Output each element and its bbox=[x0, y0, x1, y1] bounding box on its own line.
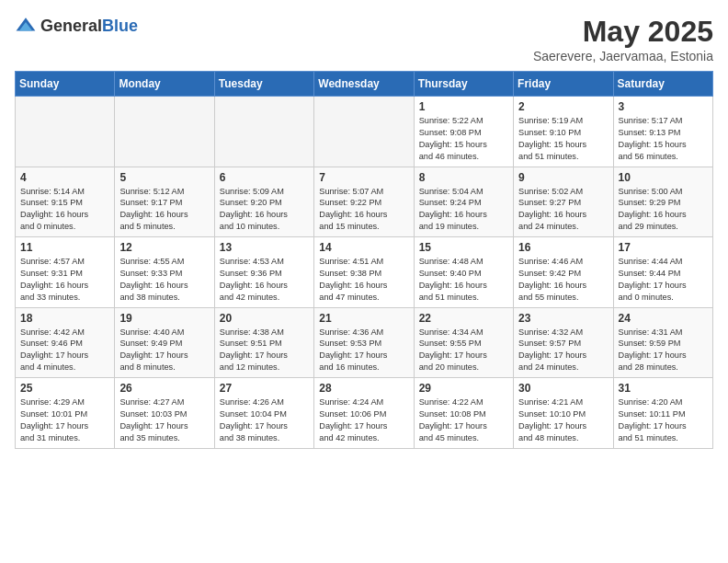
calendar-cell: 13Sunrise: 4:53 AM Sunset: 9:36 PM Dayli… bbox=[214, 237, 313, 308]
day-number: 24 bbox=[619, 312, 708, 325]
day-info: Sunrise: 4:55 AM Sunset: 9:33 PM Dayligh… bbox=[119, 256, 209, 304]
calendar-cell: 12Sunrise: 4:55 AM Sunset: 9:33 PM Dayli… bbox=[115, 237, 214, 308]
calendar-cell: 2Sunrise: 5:19 AM Sunset: 9:10 PM Daylig… bbox=[514, 97, 613, 167]
day-number: 16 bbox=[518, 241, 608, 254]
title-section: May 2025 Saerevere, Jaervamaa, Estonia bbox=[533, 15, 713, 63]
week-row-5: 25Sunrise: 4:29 AM Sunset: 10:01 PM Dayl… bbox=[16, 378, 713, 449]
weekday-header-wednesday: Wednesday bbox=[314, 72, 414, 97]
calendar-cell: 31Sunrise: 4:20 AM Sunset: 10:11 PM Dayl… bbox=[613, 378, 712, 449]
day-info: Sunrise: 4:53 AM Sunset: 9:36 PM Dayligh… bbox=[220, 256, 309, 304]
day-number: 4 bbox=[20, 171, 109, 184]
day-number: 31 bbox=[619, 382, 708, 395]
logo: GeneralBlue bbox=[15, 15, 138, 37]
day-number: 9 bbox=[518, 171, 608, 184]
day-info: Sunrise: 5:17 AM Sunset: 9:13 PM Dayligh… bbox=[619, 115, 708, 163]
day-number: 19 bbox=[119, 312, 209, 325]
calendar-cell bbox=[115, 97, 214, 167]
calendar-cell: 4Sunrise: 5:14 AM Sunset: 9:15 PM Daylig… bbox=[16, 167, 115, 237]
calendar-cell: 9Sunrise: 5:02 AM Sunset: 9:27 PM Daylig… bbox=[514, 167, 613, 237]
day-info: Sunrise: 4:46 AM Sunset: 9:42 PM Dayligh… bbox=[518, 256, 608, 304]
calendar-subtitle: Saerevere, Jaervamaa, Estonia bbox=[533, 49, 713, 63]
calendar-cell: 24Sunrise: 4:31 AM Sunset: 9:59 PM Dayli… bbox=[613, 307, 712, 378]
week-row-2: 4Sunrise: 5:14 AM Sunset: 9:15 PM Daylig… bbox=[16, 167, 713, 237]
day-info: Sunrise: 4:22 AM Sunset: 10:08 PM Daylig… bbox=[419, 396, 508, 444]
calendar-cell: 10Sunrise: 5:00 AM Sunset: 9:29 PM Dayli… bbox=[613, 167, 712, 237]
day-number: 22 bbox=[419, 312, 508, 325]
day-info: Sunrise: 5:07 AM Sunset: 9:22 PM Dayligh… bbox=[319, 186, 408, 234]
day-number: 7 bbox=[319, 171, 408, 184]
day-info: Sunrise: 5:22 AM Sunset: 9:08 PM Dayligh… bbox=[419, 115, 508, 163]
day-info: Sunrise: 4:38 AM Sunset: 9:51 PM Dayligh… bbox=[220, 327, 309, 374]
day-number: 11 bbox=[20, 241, 109, 254]
day-number: 2 bbox=[518, 100, 608, 113]
calendar-cell: 3Sunrise: 5:17 AM Sunset: 9:13 PM Daylig… bbox=[613, 97, 712, 167]
logo-general-text: GeneralBlue bbox=[40, 17, 138, 36]
day-number: 27 bbox=[220, 382, 309, 395]
day-number: 10 bbox=[619, 171, 708, 184]
day-number: 14 bbox=[319, 241, 408, 254]
day-number: 6 bbox=[220, 171, 309, 184]
day-number: 5 bbox=[119, 171, 209, 184]
day-info: Sunrise: 4:48 AM Sunset: 9:40 PM Dayligh… bbox=[419, 256, 508, 304]
day-info: Sunrise: 4:32 AM Sunset: 9:57 PM Dayligh… bbox=[518, 327, 608, 374]
day-info: Sunrise: 5:14 AM Sunset: 9:15 PM Dayligh… bbox=[20, 186, 109, 234]
day-number: 15 bbox=[419, 241, 508, 254]
day-info: Sunrise: 4:44 AM Sunset: 9:44 PM Dayligh… bbox=[619, 256, 708, 304]
calendar-cell: 18Sunrise: 4:42 AM Sunset: 9:46 PM Dayli… bbox=[16, 307, 115, 378]
logo-icon bbox=[15, 15, 37, 37]
calendar-cell: 20Sunrise: 4:38 AM Sunset: 9:51 PM Dayli… bbox=[214, 307, 313, 378]
day-number: 21 bbox=[319, 312, 408, 325]
calendar-cell: 27Sunrise: 4:26 AM Sunset: 10:04 PM Dayl… bbox=[214, 378, 313, 449]
day-number: 3 bbox=[619, 100, 708, 113]
day-info: Sunrise: 4:26 AM Sunset: 10:04 PM Daylig… bbox=[220, 396, 309, 444]
calendar-cell: 28Sunrise: 4:24 AM Sunset: 10:06 PM Dayl… bbox=[314, 378, 414, 449]
day-info: Sunrise: 4:36 AM Sunset: 9:53 PM Dayligh… bbox=[319, 327, 408, 374]
weekday-header-monday: Monday bbox=[115, 72, 214, 97]
weekday-header-friday: Friday bbox=[514, 72, 613, 97]
weekday-header-saturday: Saturday bbox=[613, 72, 712, 97]
day-number: 26 bbox=[119, 382, 209, 395]
week-row-1: 1Sunrise: 5:22 AM Sunset: 9:08 PM Daylig… bbox=[16, 97, 713, 167]
day-number: 25 bbox=[20, 382, 109, 395]
weekday-header-row: SundayMondayTuesdayWednesdayThursdayFrid… bbox=[16, 72, 713, 97]
day-info: Sunrise: 5:09 AM Sunset: 9:20 PM Dayligh… bbox=[220, 186, 309, 234]
day-info: Sunrise: 4:57 AM Sunset: 9:31 PM Dayligh… bbox=[20, 256, 109, 304]
day-info: Sunrise: 4:29 AM Sunset: 10:01 PM Daylig… bbox=[20, 396, 109, 444]
calendar-cell: 8Sunrise: 5:04 AM Sunset: 9:24 PM Daylig… bbox=[414, 167, 513, 237]
weekday-header-thursday: Thursday bbox=[414, 72, 513, 97]
day-info: Sunrise: 4:42 AM Sunset: 9:46 PM Dayligh… bbox=[20, 327, 109, 374]
day-number: 8 bbox=[419, 171, 508, 184]
day-number: 18 bbox=[20, 312, 109, 325]
calendar-cell: 5Sunrise: 5:12 AM Sunset: 9:17 PM Daylig… bbox=[115, 167, 214, 237]
calendar-cell: 25Sunrise: 4:29 AM Sunset: 10:01 PM Dayl… bbox=[16, 378, 115, 449]
calendar-cell: 21Sunrise: 4:36 AM Sunset: 9:53 PM Dayli… bbox=[314, 307, 414, 378]
calendar-cell: 29Sunrise: 4:22 AM Sunset: 10:08 PM Dayl… bbox=[414, 378, 513, 449]
calendar-cell bbox=[16, 97, 115, 167]
day-info: Sunrise: 4:20 AM Sunset: 10:11 PM Daylig… bbox=[619, 396, 708, 444]
day-info: Sunrise: 4:27 AM Sunset: 10:03 PM Daylig… bbox=[119, 396, 209, 444]
day-info: Sunrise: 5:04 AM Sunset: 9:24 PM Dayligh… bbox=[419, 186, 508, 234]
calendar-cell: 17Sunrise: 4:44 AM Sunset: 9:44 PM Dayli… bbox=[613, 237, 712, 308]
day-info: Sunrise: 5:12 AM Sunset: 9:17 PM Dayligh… bbox=[119, 186, 209, 234]
week-row-4: 18Sunrise: 4:42 AM Sunset: 9:46 PM Dayli… bbox=[16, 307, 713, 378]
day-info: Sunrise: 5:19 AM Sunset: 9:10 PM Dayligh… bbox=[518, 115, 608, 163]
weekday-header-sunday: Sunday bbox=[16, 72, 115, 97]
day-number: 1 bbox=[419, 100, 508, 113]
day-info: Sunrise: 4:40 AM Sunset: 9:49 PM Dayligh… bbox=[119, 327, 209, 374]
calendar-cell: 30Sunrise: 4:21 AM Sunset: 10:10 PM Dayl… bbox=[514, 378, 613, 449]
calendar-table: SundayMondayTuesdayWednesdayThursdayFrid… bbox=[15, 71, 713, 449]
calendar-cell: 15Sunrise: 4:48 AM Sunset: 9:40 PM Dayli… bbox=[414, 237, 513, 308]
day-info: Sunrise: 4:34 AM Sunset: 9:55 PM Dayligh… bbox=[419, 327, 508, 374]
calendar-cell: 19Sunrise: 4:40 AM Sunset: 9:49 PM Dayli… bbox=[115, 307, 214, 378]
calendar-cell: 23Sunrise: 4:32 AM Sunset: 9:57 PM Dayli… bbox=[514, 307, 613, 378]
calendar-cell: 16Sunrise: 4:46 AM Sunset: 9:42 PM Dayli… bbox=[514, 237, 613, 308]
calendar-cell: 26Sunrise: 4:27 AM Sunset: 10:03 PM Dayl… bbox=[115, 378, 214, 449]
day-info: Sunrise: 4:31 AM Sunset: 9:59 PM Dayligh… bbox=[619, 327, 708, 374]
day-number: 29 bbox=[419, 382, 508, 395]
weekday-header-tuesday: Tuesday bbox=[214, 72, 313, 97]
day-number: 23 bbox=[518, 312, 608, 325]
day-number: 12 bbox=[119, 241, 209, 254]
day-info: Sunrise: 4:21 AM Sunset: 10:10 PM Daylig… bbox=[518, 396, 608, 444]
page-header: GeneralBlue May 2025 Saerevere, Jaervama… bbox=[15, 15, 713, 63]
day-info: Sunrise: 5:00 AM Sunset: 9:29 PM Dayligh… bbox=[619, 186, 708, 234]
